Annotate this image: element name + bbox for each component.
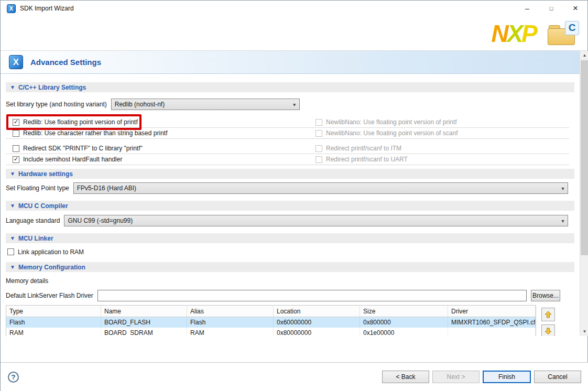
c-file-badge: C	[565, 21, 579, 35]
checkbox-box	[13, 130, 19, 137]
mcuxpresso-page-icon: X	[9, 55, 23, 69]
mcuxpresso-app-icon: X	[7, 4, 16, 13]
scroll-up-icon[interactable]: ▲	[580, 51, 588, 60]
checkbox-link-to-ram[interactable]: Link application to RAM	[6, 246, 574, 257]
chevron-down-icon: ▾	[558, 186, 568, 191]
chevron-down-icon: ▾	[558, 218, 568, 224]
checkbox-box: ✓	[13, 156, 19, 163]
col-header-name: Name	[101, 306, 187, 317]
checkbox-box	[315, 119, 322, 126]
table-row-flash[interactable]: Flash BOARD_FLASH Flash 0x60000000 0x800…	[6, 317, 536, 328]
next-button: Next >	[432, 371, 480, 383]
section-hardware-settings[interactable]: ▼ Hardware settings	[6, 169, 574, 179]
sdk-import-wizard-window: X SDK Import Wizard – □ × N X P C X Adva…	[0, 0, 588, 391]
titlebar: X SDK Import Wizard – □ ×	[1, 1, 587, 16]
nxp-letter-p: P	[521, 21, 536, 46]
minimize-button[interactable]: –	[515, 1, 539, 16]
window-controls: – □ ×	[515, 1, 587, 16]
nxp-letter-n: N	[491, 21, 507, 46]
move-up-icon	[545, 311, 552, 318]
memory-details-label: Memory details	[6, 277, 574, 285]
check-icon: ✓	[14, 119, 18, 125]
nxp-letter-x: X	[507, 21, 522, 46]
check-icon: ✓	[14, 156, 18, 162]
collapse-icon: ▼	[10, 236, 15, 241]
memory-table-area: Type Name Alias Location Size Driver Fla…	[6, 305, 574, 336]
move-down-button[interactable]	[541, 324, 555, 336]
row-move-buttons	[541, 308, 555, 336]
checkbox-box	[315, 156, 322, 163]
page-header: X Advanced Settings	[1, 51, 580, 74]
language-standard-row: Language standard GNU C99 (-std=gnu99) ▾	[6, 215, 574, 226]
browse-button[interactable]: Browse...	[531, 290, 560, 301]
cancel-button[interactable]: Cancel	[534, 371, 581, 383]
col-header-alias: Alias	[187, 306, 274, 317]
section-library-settings[interactable]: ▼ C/C++ Library Settings	[6, 82, 574, 92]
close-button[interactable]: ×	[563, 1, 587, 16]
section-memory-configuration[interactable]: ▼ Memory Configuration	[6, 262, 574, 272]
checkbox-box: ✓	[13, 119, 19, 126]
checkbox-box	[315, 130, 322, 137]
floating-point-label: Set Floating Point type	[6, 184, 69, 192]
floating-point-combo[interactable]: FPv5-D16 (Hard ABI) ▾	[73, 182, 568, 194]
checkbox-redirect-uart: Redirect printf/scanf to UART	[312, 154, 569, 165]
finish-button[interactable]: Finish	[483, 371, 531, 383]
library-type-label: Set library type (and hosting variant)	[6, 101, 107, 108]
library-type-combo[interactable]: Redlib (nohost-nf) ▾	[111, 99, 300, 110]
checkbox-redlib-char-printf[interactable]: Redlib: Use character rather than string…	[6, 128, 312, 139]
wizard-footer: ? < Back Next > Finish Cancel	[1, 362, 588, 391]
checkbox-redirect-sdk-printf[interactable]: Redirect SDK "PRINTF" to C library "prin…	[6, 143, 312, 154]
flash-driver-input[interactable]	[97, 290, 527, 301]
library-checkbox-grid: ✓ Redlib: Use floating point version of …	[6, 117, 574, 139]
checkbox-newlibnano-float-printf: NewlibNano: Use floating point version o…	[312, 117, 569, 128]
language-standard-combo[interactable]: GNU C99 (-std=gnu99) ▾	[64, 215, 568, 226]
chevron-down-icon: ▾	[290, 102, 299, 107]
checkbox-semihost-hardfault[interactable]: ✓ Include semihost HardFault handler	[6, 154, 312, 165]
checkbox-box	[315, 145, 322, 152]
language-standard-label: Language standard	[6, 217, 60, 224]
library-type-row: Set library type (and hosting variant) R…	[6, 99, 574, 110]
checkbox-newlibnano-float-scanf: NewlibNano: Use floating point version o…	[312, 128, 569, 139]
window-title: SDK Import Wizard	[20, 5, 74, 12]
floating-point-row: Set Floating Point type FPv5-D16 (Hard A…	[6, 182, 574, 194]
collapse-icon: ▼	[10, 203, 15, 209]
help-button[interactable]: ?	[8, 372, 19, 383]
scroll-down-icon[interactable]: ▼	[580, 327, 588, 336]
scrollbar-thumb[interactable]	[581, 60, 588, 255]
col-header-size: Size	[360, 306, 448, 317]
collapse-icon: ▼	[10, 171, 15, 177]
table-row-ram[interactable]: RAM BOARD_SDRAM RAM 0x80000000 0x1e00000	[6, 328, 536, 336]
checkbox-redirect-itm: Redirect printf/scanf to ITM	[312, 143, 569, 154]
memory-table-header: Type Name Alias Location Size Driver	[6, 306, 536, 317]
section-mcu-c-compiler[interactable]: ▼ MCU C Compiler	[6, 201, 574, 211]
collapse-icon: ▼	[10, 265, 15, 270]
sdk-folder-icon: C	[548, 21, 579, 46]
maximize-button[interactable]: □	[539, 1, 563, 16]
col-header-driver: Driver	[448, 306, 536, 317]
memory-table: Type Name Alias Location Size Driver Fla…	[6, 305, 536, 336]
section-mcu-linker[interactable]: ▼ MCU Linker	[6, 233, 574, 243]
flash-driver-label: Default LinkServer Flash Driver	[6, 292, 93, 299]
move-up-button[interactable]	[541, 308, 555, 321]
move-down-icon	[545, 328, 552, 335]
footer-buttons: < Back Next > Finish Cancel	[382, 371, 581, 383]
checkbox-box	[13, 145, 19, 152]
checkbox-redlib-float-printf[interactable]: ✓ Redlib: Use floating point version of …	[6, 117, 312, 128]
flash-driver-row: Default LinkServer Flash Driver Browse..…	[6, 290, 560, 301]
col-header-location: Location	[274, 306, 360, 317]
library-checkbox-grid-2: Redirect SDK "PRINTF" to C library "prin…	[6, 143, 574, 165]
vertical-scrollbar[interactable]: ▲ ▼	[580, 51, 588, 336]
col-header-type: Type	[6, 306, 101, 317]
brand-header: N X P C	[1, 16, 587, 51]
wizard-content: X Advanced Settings ▼ C/C++ Library Sett…	[1, 51, 588, 336]
nxp-logo: N X P	[491, 21, 536, 46]
collapse-icon: ▼	[10, 85, 15, 90]
back-button[interactable]: < Back	[382, 371, 429, 383]
checkbox-box	[7, 248, 14, 255]
page-title: Advanced Settings	[30, 58, 101, 67]
